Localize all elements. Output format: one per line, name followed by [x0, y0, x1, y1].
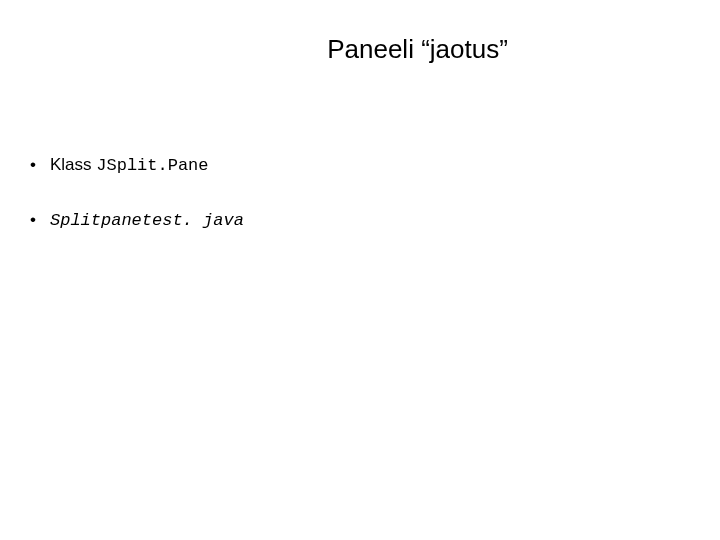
- slide-title: Paneeli “jaotus”: [145, 34, 690, 65]
- bullet-prefix: Klass: [50, 155, 96, 174]
- list-item: • Splitpanetest. java: [30, 210, 690, 230]
- bullet-marker-icon: •: [30, 155, 50, 175]
- bullet-code: JSplit.Pane: [96, 156, 208, 175]
- slide-container: Paneeli “jaotus” • Klass JSplit.Pane • S…: [0, 0, 720, 540]
- bullet-text: Splitpanetest. java: [50, 210, 244, 230]
- bullet-text: Klass JSplit.Pane: [50, 155, 209, 175]
- bullet-marker-icon: •: [30, 210, 50, 230]
- list-item: • Klass JSplit.Pane: [30, 155, 690, 175]
- bullet-file: Splitpanetest. java: [50, 211, 244, 230]
- bullet-list: • Klass JSplit.Pane • Splitpanetest. jav…: [30, 155, 690, 230]
